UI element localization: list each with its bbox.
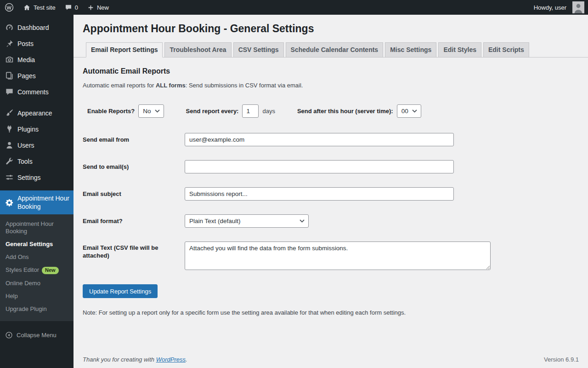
submenu-item-upgrade-plugin[interactable]: Upgrade Plugin xyxy=(0,303,74,316)
email-format-row: Email format? Plain Text (default) xyxy=(83,214,579,228)
new-content-menu[interactable]: New xyxy=(83,0,113,15)
camera-icon xyxy=(5,55,14,64)
intro-suffix: : Send submissions in CSV format via ema… xyxy=(186,82,303,89)
footer-version: Version 6.9.1 xyxy=(544,356,579,363)
sidebar-item-users[interactable]: Users xyxy=(0,137,74,153)
report-hour-select[interactable]: 00 xyxy=(397,104,421,118)
wordpress-link[interactable]: WordPress xyxy=(156,356,186,363)
collapse-arrow-icon xyxy=(5,331,13,339)
intro-prefix: Automatic email reports for xyxy=(83,82,156,89)
chevron-down-icon xyxy=(300,219,305,223)
comments-menu[interactable]: 0 xyxy=(60,0,83,15)
page-title: Appointment Hour Booking - General Setti… xyxy=(83,22,579,35)
enable-reports-select[interactable]: No xyxy=(138,104,164,118)
sidebar-item-media[interactable]: Media xyxy=(0,52,74,68)
submenu-item-add-ons[interactable]: Add Ons xyxy=(0,251,74,264)
sidebar-item-dashboard[interactable]: Dashboard xyxy=(0,19,74,35)
email-subject-row: Email subject xyxy=(83,187,579,201)
send-to-emails-row: Send to email(s) xyxy=(83,160,579,173)
settings-tabs: Email Report SettingsTroubleshoot AreaCS… xyxy=(74,42,588,58)
sidebar-item-label: Media xyxy=(17,56,35,64)
email-text-row: Email Text (CSV file will be attached) A… xyxy=(83,242,579,270)
dashboard-icon xyxy=(5,23,14,32)
email-text-textarea[interactable]: Attached you will find the data from the… xyxy=(185,242,491,270)
sidebar: Dashboard Posts Media Pages Comments App xyxy=(0,15,74,368)
wordpress-logo-menu[interactable] xyxy=(0,0,18,15)
sidebar-item-appearance[interactable]: Appearance xyxy=(0,105,74,121)
tab-misc-settings[interactable]: Misc Settings xyxy=(385,42,436,58)
thanks-prefix: Thank you for creating with xyxy=(83,356,156,363)
tab-edit-styles[interactable]: Edit Styles xyxy=(438,42,481,58)
site-name-label: Test site xyxy=(34,4,56,11)
report-interval-input[interactable] xyxy=(242,104,259,118)
tab-troubleshoot-area[interactable]: Troubleshoot Area xyxy=(164,42,231,58)
wrench-icon xyxy=(5,157,14,166)
send-to-emails-input[interactable] xyxy=(185,160,454,173)
comments-count: 0 xyxy=(75,4,78,11)
email-text-label: Email Text (CSV file will be attached) xyxy=(83,242,185,259)
report-hour-label: Send after this hour (server time): xyxy=(297,108,393,115)
email-format-value: Plain Text (default) xyxy=(189,218,241,224)
chevron-down-icon xyxy=(412,109,417,113)
sidebar-item-appointment-hour-booking[interactable]: Appointment Hour Booking xyxy=(0,190,74,214)
submenu-item-help[interactable]: Help xyxy=(0,290,74,303)
chevron-down-icon xyxy=(155,109,160,113)
sidebar-item-tools[interactable]: Tools xyxy=(0,153,74,169)
sidebar-item-label: Appearance xyxy=(17,109,52,117)
submenu-item-general-settings[interactable]: General Settings xyxy=(0,238,74,251)
intro-bold: ALL forms xyxy=(156,82,186,89)
section-title: Automatic Email Reports xyxy=(83,67,579,75)
pages-icon xyxy=(5,71,14,80)
sidebar-item-label: Plugins xyxy=(17,125,39,133)
home-icon xyxy=(23,4,31,12)
send-email-from-label: Send email from xyxy=(83,136,185,144)
sidebar-item-label: Appointment Hour Booking xyxy=(17,194,71,211)
sidebar-item-label: Users xyxy=(17,141,34,150)
report-hour-value: 00 xyxy=(401,108,408,115)
comment-bubble-icon xyxy=(65,4,72,11)
plus-icon xyxy=(87,4,94,11)
avatar xyxy=(572,1,584,13)
plugin-submenu: Appointment Hour Booking General Setting… xyxy=(0,214,74,321)
tab-csv-settings[interactable]: CSV Settings xyxy=(233,42,284,58)
new-badge: New xyxy=(42,267,59,274)
submenu-item-online-demo[interactable]: Online Demo xyxy=(0,277,74,290)
sidebar-item-posts[interactable]: Posts xyxy=(0,35,74,52)
person-icon xyxy=(5,141,14,150)
sidebar-item-label: Comments xyxy=(17,88,49,96)
send-to-emails-label: Send to email(s) xyxy=(83,163,185,171)
sliders-icon xyxy=(5,173,14,182)
submenu-item-styles-editor[interactable]: Styles EditorNew xyxy=(0,264,74,277)
site-name-menu[interactable]: Test site xyxy=(18,0,60,15)
tab-email-report-settings[interactable]: Email Report Settings xyxy=(86,42,163,58)
tab-schedule-calendar-contents[interactable]: Schedule Calendar Contents xyxy=(286,42,384,58)
send-email-from-input[interactable] xyxy=(185,133,454,146)
report-interval-unit: days xyxy=(262,108,275,115)
footer: Thank you for creating with WordPress. V… xyxy=(83,356,579,363)
comment-bubble-icon xyxy=(5,87,14,96)
pin-icon xyxy=(5,39,14,48)
sidebar-item-comments[interactable]: Comments xyxy=(0,84,74,100)
my-account-menu[interactable]: Howdy, user xyxy=(529,0,588,15)
sidebar-item-settings[interactable]: Settings xyxy=(0,169,74,185)
intro-text: Automatic email reports for ALL forms: S… xyxy=(83,82,579,89)
email-format-select[interactable]: Plain Text (default) xyxy=(185,214,309,228)
plug-icon xyxy=(5,125,14,133)
sidebar-item-label: Tools xyxy=(17,157,33,166)
main-content: Appointment Hour Booking - General Setti… xyxy=(74,15,588,368)
sidebar-item-label: Pages xyxy=(17,72,36,80)
sidebar-item-pages[interactable]: Pages xyxy=(0,68,74,84)
admin-bar: Test site 0 New Howdy, user xyxy=(0,0,588,15)
collapse-menu-button[interactable]: Collapse Menu xyxy=(0,327,74,343)
email-subject-input[interactable] xyxy=(185,187,454,201)
update-report-settings-button[interactable]: Update Report Settings xyxy=(83,284,158,298)
tab-edit-scripts[interactable]: Edit Scripts xyxy=(483,42,529,58)
sidebar-item-plugins[interactable]: Plugins xyxy=(0,121,74,137)
sidebar-item-label: Posts xyxy=(17,40,34,48)
gear-icon xyxy=(5,198,14,207)
admin-bar-left: Test site 0 New xyxy=(0,0,113,15)
email-format-label: Email format? xyxy=(83,217,185,225)
wordpress-logo-icon xyxy=(5,3,14,12)
enable-reports-value: No xyxy=(143,108,151,115)
submenu-item-appointment-hour-booking[interactable]: Appointment Hour Booking xyxy=(0,218,74,238)
